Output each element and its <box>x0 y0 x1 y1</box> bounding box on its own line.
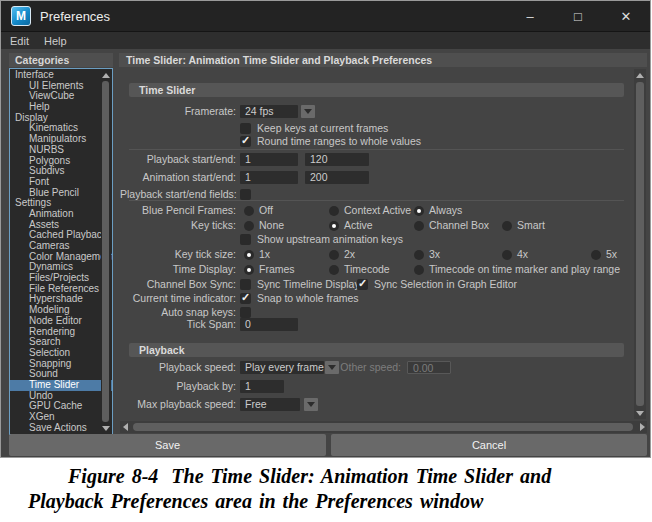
save-button[interactable]: Save <box>9 434 326 456</box>
sidebar-item-viewcube[interactable]: ViewCube <box>10 91 112 102</box>
horizontal-scrollbar[interactable] <box>120 421 647 433</box>
round-time-label[interactable]: Round time ranges to whole values <box>257 135 421 148</box>
horizontal-scrollbar-thumb[interactable] <box>133 423 633 431</box>
kt-none-label[interactable]: None <box>259 219 284 232</box>
ks-2x-label[interactable]: 2x <box>344 248 355 261</box>
sidebar-item-subdivs[interactable]: Subdivs <box>10 166 112 177</box>
playback-start-field[interactable]: 1 <box>240 153 298 166</box>
sidebar-item-rendering[interactable]: Rendering <box>10 327 112 338</box>
ks-5x-label[interactable]: 5x <box>606 248 617 261</box>
ks-1x-radio[interactable] <box>244 250 254 260</box>
td-frames-label[interactable]: Frames <box>259 263 295 276</box>
sidebar-item-save-actions[interactable]: Save Actions <box>10 423 112 434</box>
playback-speed-select[interactable]: Play every frame <box>240 361 324 374</box>
scroll-right-icon[interactable] <box>637 422 647 432</box>
scroll-up-icon[interactable] <box>635 70 645 80</box>
kt-active-radio[interactable] <box>329 221 339 231</box>
vertical-scrollbar[interactable] <box>634 69 646 419</box>
animation-start-field[interactable]: 1 <box>240 171 298 184</box>
td-timecode-label[interactable]: Timecode <box>344 263 390 276</box>
playback-end-field[interactable]: 120 <box>305 153 369 166</box>
sidebar-scrollbar-thumb[interactable] <box>102 81 109 422</box>
kt-smart-label[interactable]: Smart <box>517 219 545 232</box>
show-upstream-checkbox[interactable] <box>240 234 251 245</box>
sidebar-item-node-editor[interactable]: Node Editor <box>10 316 112 327</box>
sidebar-item-time-slider[interactable]: Time Slider <box>10 380 112 391</box>
playback-fields-checkbox[interactable] <box>240 189 251 200</box>
menu-help[interactable]: Help <box>44 35 67 47</box>
framerate-select[interactable]: 24 fps <box>240 105 298 118</box>
key-tick-size-label: Key tick size: <box>120 248 236 261</box>
scroll-left-icon[interactable] <box>120 422 130 432</box>
ks-5x-radio[interactable] <box>591 250 601 260</box>
round-time-checkbox[interactable] <box>240 136 251 147</box>
show-upstream-row: Show upstream animation keys <box>120 233 634 246</box>
td-marker-radio[interactable] <box>414 265 424 275</box>
menu-bar: Edit Help <box>1 31 650 49</box>
kt-smart-radio[interactable] <box>502 221 512 231</box>
animation-end-field[interactable]: 200 <box>305 171 369 184</box>
bp-context-radio[interactable] <box>329 206 339 216</box>
bp-always-label[interactable]: Always <box>429 204 462 217</box>
bp-off-radio[interactable] <box>244 206 254 216</box>
ks-2x-radio[interactable] <box>329 250 339 260</box>
scroll-up-icon[interactable] <box>101 70 111 80</box>
sidebar-item-snapping[interactable]: Snapping <box>10 359 112 370</box>
auto-snap-checkbox[interactable] <box>240 307 251 318</box>
minimize-icon[interactable]: – <box>506 1 554 31</box>
maximize-icon[interactable]: □ <box>554 1 602 31</box>
vertical-scrollbar-thumb[interactable] <box>636 82 644 406</box>
ks-3x-label[interactable]: 3x <box>429 248 440 261</box>
sidebar-item-animation[interactable]: Animation <box>10 209 112 220</box>
td-frames-radio[interactable] <box>244 265 254 275</box>
playback-by-label: Playback by: <box>120 380 236 393</box>
snap-whole-label[interactable]: Snap to whole frames <box>257 292 359 305</box>
sidebar-item-nurbs[interactable]: NURBS <box>10 145 112 156</box>
sidebar-item-gpu-cache[interactable]: GPU Cache <box>10 401 112 412</box>
blue-pencil-label: Blue Pencil Frames: <box>120 204 236 217</box>
sync-graph-checkbox[interactable] <box>357 279 368 290</box>
tick-span-field[interactable]: 0 <box>240 318 298 331</box>
scroll-down-icon[interactable] <box>635 408 645 418</box>
sidebar-scrollbar[interactable] <box>101 70 111 433</box>
playback-group-header: Playback <box>129 343 624 357</box>
divider <box>129 149 624 150</box>
scroll-down-icon[interactable] <box>101 423 111 433</box>
max-playback-speed-select[interactable]: Free <box>240 398 300 411</box>
playback-by-field[interactable]: 1 <box>240 380 284 393</box>
kt-none-radio[interactable] <box>244 221 254 231</box>
bp-context-label[interactable]: Context Active <box>344 204 411 217</box>
key-ticks-row: Key ticks: None Active Channel Box Smart <box>120 219 634 232</box>
snap-whole-checkbox[interactable] <box>240 293 251 304</box>
ks-4x-radio[interactable] <box>502 250 512 260</box>
keep-keys-label[interactable]: Keep keys at current frames <box>257 122 388 135</box>
kt-channel-label[interactable]: Channel Box <box>429 219 489 232</box>
ks-1x-label[interactable]: 1x <box>259 248 270 261</box>
cancel-button[interactable]: Cancel <box>331 434 647 456</box>
framerate-row: Framerate: 24 fps <box>120 105 634 118</box>
kt-active-label[interactable]: Active <box>344 219 373 232</box>
menu-edit[interactable]: Edit <box>10 35 29 47</box>
close-icon[interactable]: ✕ <box>602 1 650 31</box>
bp-always-radio[interactable] <box>414 206 424 216</box>
kt-channel-radio[interactable] <box>414 221 424 231</box>
current-time-label: Current time indicator: <box>120 292 236 305</box>
td-timecode-radio[interactable] <box>329 265 339 275</box>
max-speed-dropdown-arrow-icon[interactable] <box>304 398 318 411</box>
sidebar-item-font[interactable]: Font <box>10 177 112 188</box>
caption-line1-text: The Time Slider: Animation Time Slider a… <box>171 465 551 487</box>
framerate-dropdown-arrow-icon[interactable] <box>301 105 315 118</box>
td-marker-label[interactable]: Timecode on time marker and play range <box>429 263 620 276</box>
round-time-row: Round time ranges to whole values <box>120 135 634 148</box>
sidebar-item-selection[interactable]: Selection <box>10 348 112 359</box>
sync-timeline-checkbox[interactable] <box>240 279 251 290</box>
sync-timeline-label[interactable]: Sync Timeline Display <box>257 278 360 291</box>
keep-keys-checkbox[interactable] <box>240 123 251 134</box>
ks-3x-radio[interactable] <box>414 250 424 260</box>
sync-graph-label[interactable]: Sync Selection in Graph Editor <box>374 278 517 291</box>
show-upstream-label[interactable]: Show upstream animation keys <box>257 233 403 246</box>
figure-caption: Figure 8-4The Time Slider: Animation Tim… <box>0 462 652 522</box>
categories-list: Interface UI Elements ViewCube Help Disp… <box>9 68 113 435</box>
ks-4x-label[interactable]: 4x <box>517 248 528 261</box>
bp-off-label[interactable]: Off <box>259 204 273 217</box>
